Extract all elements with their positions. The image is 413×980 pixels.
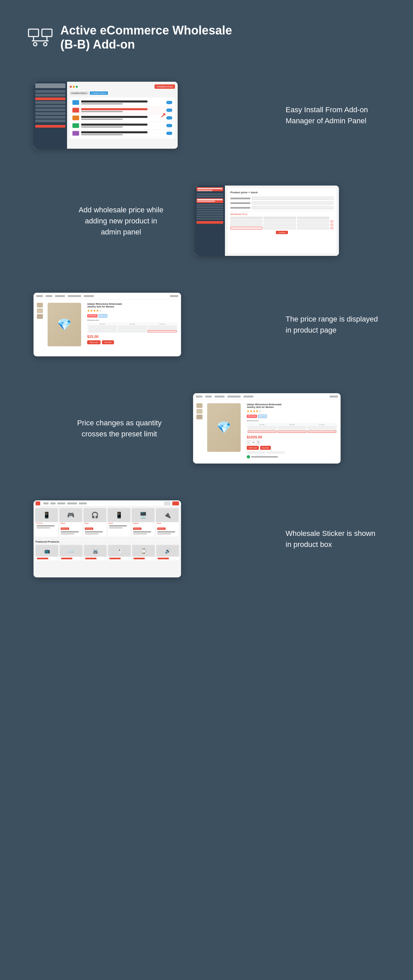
card-title2-2 [61,533,75,535]
price-row2-1 [248,426,336,428]
card-img-1: 📱 [35,508,58,522]
qty-plus[interactable]: + [257,441,260,444]
thumb-1[interactable] [37,303,43,307]
snav-login[interactable] [172,501,179,505]
addon-list [70,97,175,138]
ws-input-min1[interactable] [230,220,263,223]
addon-subscription [71,130,174,137]
snav-cart[interactable] [164,501,171,505]
wholesale-price-label: Wholesale Price [230,213,333,215]
thumb2-2[interactable] [196,409,203,414]
price-cell-11 [88,326,117,328]
svg-rect-1 [42,29,52,37]
col2-unitprice: Unit price [308,424,336,425]
sidebar-item-7 [35,116,65,119]
thumb-3[interactable] [37,314,43,319]
ws-input-max2[interactable] [263,223,296,226]
addon-name-wholesale [81,108,148,110]
price-table-mock: Min Qty Max Qty Unit price [87,322,178,333]
header: Active eCommerce Wholesale (B-B) Add-on [7,13,406,68]
input-sku[interactable] [252,206,333,209]
card-title-2 [61,531,79,533]
addon-name-offline [81,100,148,102]
card-img-3: 🎧 [83,508,106,522]
card-badge-5: Wholesale [133,528,142,530]
quantity-selector: - 51 + [247,440,337,445]
wholesale-badge-row2: Wholesale In Stock [247,415,337,418]
jewelry-emoji2: 💎 [217,421,231,434]
red-arrow-indicator: ↗ [160,111,166,119]
pr2-cell-32-active [277,431,306,433]
store-page-mock: 💎 Udalyn Rhinestone BridesmaidJewelry Se… [33,293,181,356]
addon-toggle-subscription[interactable] [166,132,172,135]
input-unitprice[interactable] [252,197,333,200]
sidebar2-affiliate [196,221,223,224]
sidebar-item-4 [35,105,65,108]
featured-products-title: Featured Products [35,540,179,543]
section-2: Add wholesale price while adding new pro… [7,179,406,262]
featured-card-3: 🖨️ [84,545,107,560]
installed-tab[interactable]: Installed Addons [90,91,108,95]
ws-delete-3[interactable] [330,227,333,229]
nav2-brands [215,396,225,398]
product-title-mock2: Udalyn Rhinestone BridesmaidJewelry Sets… [247,403,337,409]
nav2-coupon [330,396,338,398]
featured-img-4: 🖱️ [108,545,131,557]
featured-price-1 [37,558,48,559]
ws-input-price3[interactable] [297,227,329,229]
sidebar-logo2 [196,187,223,191]
add-to-cart-btn2[interactable]: Add to cart [247,446,259,450]
sidebar-item-addon [35,125,65,127]
wholesale-badge-row: Wholesale In Stock [87,314,178,318]
product-action-buttons: Add to cart Buy Now [87,340,178,344]
ws-delete-1[interactable] [330,220,333,223]
qty-minus[interactable]: - [247,441,250,444]
wholesale-price-section: Wholesale Price [230,212,333,234]
product-card-2: 🎮 $329.99 Wholesale [59,508,82,536]
add-to-compare-btn[interactable] [266,451,285,454]
featured-price-4 [109,558,121,559]
addon-toggle-wholesale[interactable] [166,108,172,112]
install-button-mock[interactable]: Install/purchase [155,84,175,89]
ws-input-min3[interactable] [230,227,263,229]
wholesale-price-label-product: Wholesale price [87,319,178,321]
featured-price-5 [134,558,145,559]
add-to-wishlist-btn[interactable] [247,451,265,454]
thumb2-1[interactable] [196,403,203,408]
qty-stepper[interactable]: - 51 + [247,440,260,445]
available-tab[interactable]: Available Addons [70,91,88,95]
ws-input-max1[interactable] [263,220,296,223]
sidebar-item-active [35,97,65,100]
shop-mock: 📱 ₹1,717.98 🎮 $329.99 Wholesale [33,500,181,578]
svg-point-5 [33,43,37,46]
nav-brands [55,295,65,297]
sidebar-mock2 [195,186,225,256]
ws-delete-2[interactable] [330,223,333,226]
ws-input-max3[interactable] [263,227,296,229]
continue-button[interactable]: Continue [276,231,288,234]
addon-pos [71,114,174,122]
input-special[interactable] [252,201,333,205]
quantity-change-screenshot: 💎 Udalyn Rhinestone BridesmaidJewelry Se… [193,393,341,463]
buy-now-btn2[interactable]: Buy Now [260,446,271,450]
thumb2-3[interactable] [196,415,203,419]
product-card-4: 📱 $19.99 [108,508,131,536]
card-title2-4 [109,527,123,528]
addon-toggle-offline[interactable] [166,101,172,104]
addon-toggle-paylink[interactable] [166,124,172,127]
thumb-2[interactable] [37,309,43,313]
ws-input-price1[interactable] [297,220,329,223]
product-action-buttons2: Add to cart Buy Now [247,446,337,450]
buy-now-btn[interactable]: Buy Now [102,340,114,344]
maximize-btn [76,86,78,88]
ws-input-min2[interactable] [230,223,263,226]
add-to-cart-btn[interactable]: Add to cart [87,340,100,344]
ws-input-price2[interactable] [297,223,329,226]
sidebar2-item8 [196,216,223,217]
addon-toggle-pos[interactable] [166,116,172,119]
price-cell-12 [118,326,147,328]
product-main-image2: 💎 [207,403,241,452]
addon-icon-offline [72,100,79,105]
featured-img-6: 🔊 [156,545,179,557]
addon-sub-subscription [81,134,123,135]
